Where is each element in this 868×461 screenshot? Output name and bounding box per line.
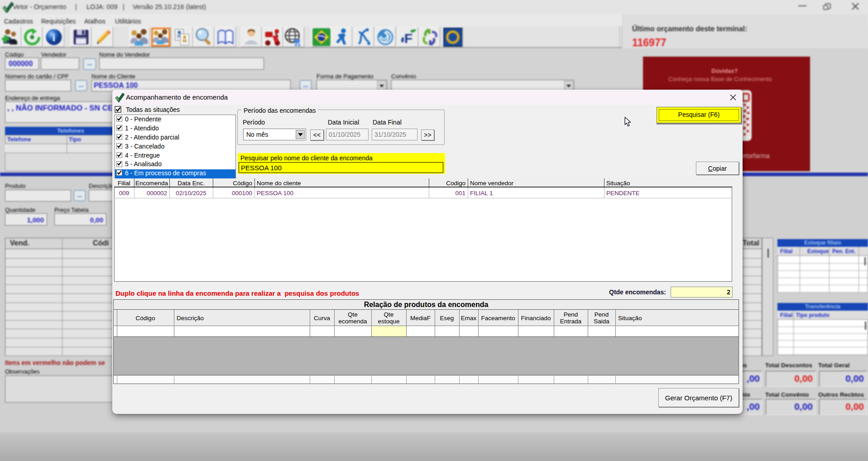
svg-text:F: F (404, 31, 413, 46)
svg-text:i: i (53, 32, 56, 43)
